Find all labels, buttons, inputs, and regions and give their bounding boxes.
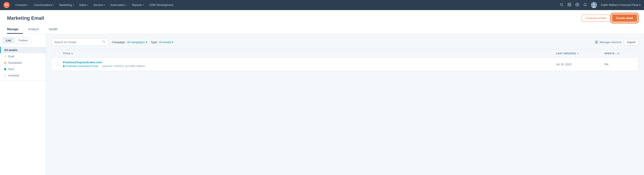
compare-emails-button[interactable]: Compare emails	[582, 15, 610, 21]
chevron-icon: ▾	[143, 4, 144, 6]
sidebar-view-toggle: List Folders	[0, 37, 46, 43]
type-filter: Type: All emails ▾	[151, 40, 174, 44]
svg-text:hs: hs	[5, 3, 8, 6]
draft-status-dot	[4, 55, 6, 58]
main-layout: List Folders All emails Draft Scheduled …	[0, 34, 644, 175]
nav-icon-group: Kaitlin Milliken's Personal Portal ▾	[560, 2, 640, 8]
manage-columns-button[interactable]: Manage columns	[595, 40, 621, 44]
svg-point-8	[577, 4, 578, 5]
toolbar-right: Manage columns Export	[595, 39, 639, 45]
sort-icon[interactable]: ⇅	[71, 52, 73, 55]
svg-rect-14	[595, 41, 596, 43]
search-icon[interactable]	[560, 3, 564, 7]
email-info-cell: Practice@hspracticekm.com Published Auto…	[63, 61, 556, 68]
nav-conversations[interactable]: Conversations ▾	[32, 0, 56, 10]
portal-name[interactable]: Kaitlin Milliken's Personal Portal ▾	[601, 3, 640, 6]
folders-view-button[interactable]: Folders	[15, 37, 31, 43]
scheduled-status-dot	[4, 62, 6, 64]
nav-contacts[interactable]: Contacts ▾	[13, 0, 31, 10]
chevron-down-icon: ▾	[172, 40, 174, 44]
row-checkbox[interactable]	[55, 62, 58, 66]
search-box[interactable]	[51, 38, 108, 46]
last-updated-cell: Jul 19, 2022	[556, 63, 604, 66]
sent-status-dot	[4, 68, 6, 70]
nav-sales[interactable]: Sales ▾	[77, 0, 90, 10]
sidebar-item-scheduled[interactable]: Scheduled	[0, 60, 46, 66]
nav-marketing[interactable]: Marketing ▾	[57, 0, 76, 10]
chevron-icon: ▾	[28, 4, 28, 6]
th-title: TITLE ⇅	[63, 52, 556, 55]
create-email-ring: Create email	[612, 14, 637, 22]
sidebar-item-all-emails[interactable]: All emails	[0, 47, 46, 53]
sort-icon[interactable]: ▼	[577, 52, 579, 55]
top-navigation: hs Contacts ▾ Conversations ▾ Marketing …	[0, 0, 644, 10]
create-email-button[interactable]: Create email	[612, 14, 637, 22]
chevron-icon: ▾	[87, 4, 88, 6]
svg-point-10	[593, 3, 595, 5]
chevron-icon: ▾	[126, 4, 126, 6]
toolbar: Campaign: All campaigns ▾ Type: All emai…	[51, 38, 639, 46]
notification-icon[interactable]	[583, 3, 587, 7]
tab-health[interactable]: Health	[49, 25, 62, 34]
sidebar-item-sent[interactable]: Sent	[0, 66, 46, 72]
svg-rect-15	[597, 41, 598, 43]
hubspot-logo[interactable]: hs	[4, 2, 10, 8]
select-all-checkbox[interactable]	[55, 52, 58, 55]
search-input[interactable]	[54, 40, 100, 44]
tab-analyze[interactable]: Analyze	[28, 25, 44, 34]
sidebar-item-archived[interactable]: Archived	[0, 72, 46, 79]
search-icon	[102, 40, 106, 44]
campaign-filter: Campaign: All campaigns ▾	[112, 40, 147, 44]
svg-line-13	[104, 42, 105, 43]
chevron-icon: ▾	[53, 4, 54, 6]
archived-status-dot	[4, 74, 6, 77]
svg-rect-6	[568, 5, 569, 6]
open-rate-cell: 0%	[604, 63, 635, 66]
nav-automation[interactable]: Automation ▾	[108, 0, 129, 10]
header-actions: Compare emails Create email	[582, 14, 637, 22]
nav-reports[interactable]: Reports ▾	[130, 0, 146, 10]
table-row: Practice@hspracticekm.com Published Auto…	[52, 58, 638, 71]
chevron-down-icon: ▾	[146, 40, 147, 44]
campaign-dropdown[interactable]: All campaigns ▾	[127, 40, 147, 44]
sort-icon[interactable]: ⇅	[618, 52, 620, 55]
th-open-rate: OPEN R... ⇅	[604, 52, 635, 55]
table-header: TITLE ⇅ LAST UPDATED ▼ OPEN R... ⇅	[52, 49, 638, 58]
meta-separator: –	[99, 65, 101, 68]
svg-rect-7	[570, 5, 571, 6]
content-area: Campaign: All campaigns ▾ Type: All emai…	[46, 34, 644, 175]
email-status: Published Automated Email	[63, 65, 98, 68]
svg-rect-4	[568, 3, 569, 4]
row-checkbox-cell	[55, 62, 63, 66]
page-header: Marketing Email Compare emails Create em…	[0, 10, 644, 34]
sidebar-divider	[0, 80, 46, 81]
tab-manage[interactable]: Manage	[7, 25, 23, 34]
status-dot	[63, 65, 65, 67]
type-dropdown[interactable]: All emails ▾	[159, 40, 174, 44]
sidebar-item-draft[interactable]: Draft	[0, 53, 46, 60]
marketplace-icon[interactable]	[568, 3, 571, 7]
sidebar: List Folders All emails Draft Scheduled …	[0, 34, 46, 175]
export-button[interactable]: Export	[624, 39, 639, 45]
list-view-button[interactable]: List	[3, 37, 14, 43]
chevron-icon: ▾	[73, 4, 74, 6]
page-title: Marketing Email	[7, 15, 44, 21]
svg-rect-5	[570, 3, 571, 4]
tabs-row: Manage Analyze Health	[7, 25, 637, 34]
nav-service[interactable]: Service ▾	[91, 0, 107, 10]
svg-line-3	[562, 5, 563, 6]
email-name-link[interactable]: Practice@hspracticekm.com	[63, 61, 556, 64]
chevron-down-icon: ▾	[639, 3, 640, 6]
email-meta: Published Automated Email – Updated 7/19…	[63, 65, 556, 68]
avatar[interactable]	[591, 2, 597, 8]
settings-icon[interactable]	[575, 3, 579, 7]
email-table: TITLE ⇅ LAST UPDATED ▼ OPEN R... ⇅	[51, 49, 639, 71]
header-checkbox-cell	[55, 52, 63, 55]
th-last-updated: LAST UPDATED ▼	[556, 52, 604, 55]
chevron-icon: ▾	[104, 4, 105, 6]
nav-crm-development[interactable]: CRM Development	[147, 0, 176, 10]
